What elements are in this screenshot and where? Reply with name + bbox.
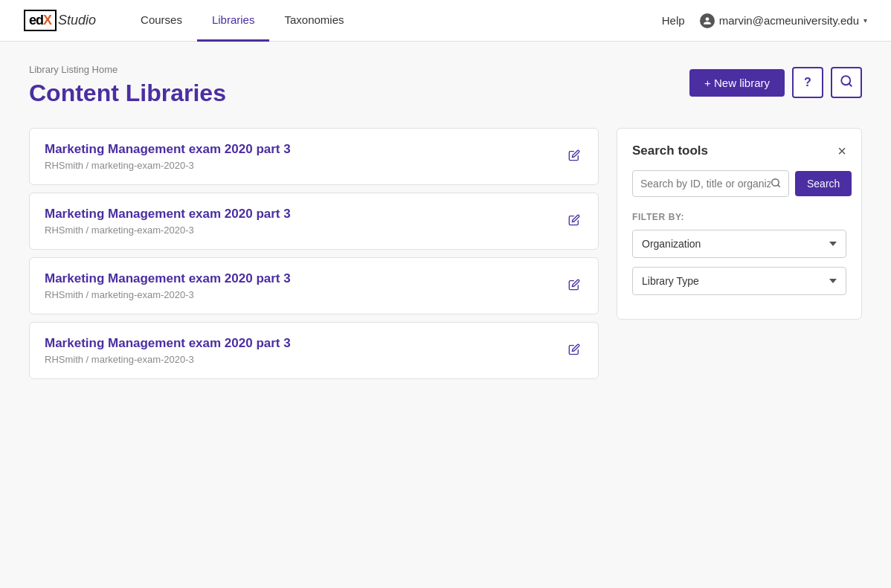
library-card-title: Marketing Management exam 2020 part 3 bbox=[45, 142, 291, 157]
help-icon-button[interactable]: ? bbox=[792, 67, 823, 98]
library-card-info: Marketing Management exam 2020 part 3 RH… bbox=[45, 142, 291, 171]
library-card: Marketing Management exam 2020 part 3 RH… bbox=[29, 193, 599, 250]
search-panel-title: Search tools bbox=[632, 143, 708, 158]
nav-item-taxonomies[interactable]: Taxonomies bbox=[269, 0, 358, 42]
library-card-title: Marketing Management exam 2020 part 3 bbox=[45, 271, 291, 286]
edit-library-icon[interactable] bbox=[565, 340, 583, 361]
studio-label: Studio bbox=[58, 13, 96, 28]
header-actions: + New library ? bbox=[689, 67, 862, 98]
user-email: marvin@acmeuniversity.edu bbox=[719, 14, 859, 27]
library-type-filter-select[interactable]: Library Type bbox=[632, 267, 846, 295]
library-list: Marketing Management exam 2020 part 3 RH… bbox=[29, 128, 599, 379]
brand-logo[interactable]: edX Studio bbox=[24, 10, 96, 31]
library-card-info: Marketing Management exam 2020 part 3 RH… bbox=[45, 271, 291, 300]
library-card-subtitle: RHSmith / marketing-exam-2020-3 bbox=[45, 289, 291, 300]
nav-item-courses[interactable]: Courses bbox=[126, 0, 197, 42]
organization-filter-select[interactable]: Organization bbox=[632, 230, 846, 258]
search-field-icon bbox=[771, 178, 781, 190]
breadcrumb[interactable]: Library Listing Home bbox=[29, 64, 226, 75]
nav-item-libraries[interactable]: Libraries bbox=[197, 0, 270, 42]
edit-library-icon[interactable] bbox=[565, 276, 583, 297]
page-title-section: Library Listing Home Content Libraries bbox=[29, 64, 226, 107]
search-icon bbox=[840, 74, 853, 91]
library-card-subtitle: RHSmith / marketing-exam-2020-3 bbox=[45, 354, 291, 365]
main-nav: Courses Libraries Taxonomies bbox=[126, 0, 358, 42]
library-card-info: Marketing Management exam 2020 part 3 RH… bbox=[45, 207, 291, 236]
library-card: Marketing Management exam 2020 part 3 RH… bbox=[29, 128, 599, 185]
user-menu-chevron-icon: ▾ bbox=[863, 16, 867, 25]
search-input-row: Search bbox=[632, 170, 846, 197]
library-card-subtitle: RHSmith / marketing-exam-2020-3 bbox=[45, 224, 291, 236]
page-title: Content Libraries bbox=[29, 80, 226, 107]
search-input-wrapper bbox=[632, 170, 789, 197]
main-content: Library Listing Home Content Libraries +… bbox=[14, 42, 877, 401]
search-panel: Search tools × Search FILTER BY: Organiz… bbox=[617, 128, 862, 320]
search-input[interactable] bbox=[640, 171, 771, 196]
library-card-info: Marketing Management exam 2020 part 3 RH… bbox=[45, 336, 291, 365]
navbar-right: Help marvin@acmeuniversity.edu ▾ bbox=[662, 13, 867, 28]
navbar: edX Studio Courses Libraries Taxonomies … bbox=[0, 0, 891, 42]
edit-library-icon[interactable] bbox=[565, 211, 583, 232]
help-link[interactable]: Help bbox=[662, 14, 685, 27]
library-card: Marketing Management exam 2020 part 3 RH… bbox=[29, 257, 599, 314]
edx-logo: edX bbox=[24, 10, 57, 31]
library-card-title: Marketing Management exam 2020 part 3 bbox=[45, 336, 291, 351]
edit-library-icon[interactable] bbox=[565, 146, 583, 167]
question-icon: ? bbox=[804, 76, 811, 89]
search-panel-header: Search tools × bbox=[632, 143, 846, 158]
svg-line-1 bbox=[849, 83, 851, 85]
user-menu[interactable]: marvin@acmeuniversity.edu ▾ bbox=[700, 13, 867, 28]
search-toggle-button[interactable] bbox=[831, 67, 862, 98]
search-button[interactable]: Search bbox=[795, 171, 852, 196]
user-avatar-icon bbox=[700, 13, 715, 28]
filter-by-label: FILTER BY: bbox=[632, 212, 846, 222]
content-layout: Marketing Management exam 2020 part 3 RH… bbox=[29, 128, 862, 379]
new-library-button[interactable]: + New library bbox=[689, 69, 785, 97]
library-card-subtitle: RHSmith / marketing-exam-2020-3 bbox=[45, 160, 291, 171]
library-card: Marketing Management exam 2020 part 3 RH… bbox=[29, 322, 599, 379]
close-search-panel-button[interactable]: × bbox=[837, 143, 846, 158]
library-card-title: Marketing Management exam 2020 part 3 bbox=[45, 207, 291, 222]
svg-line-3 bbox=[778, 184, 780, 187]
page-header: Library Listing Home Content Libraries +… bbox=[29, 64, 862, 107]
